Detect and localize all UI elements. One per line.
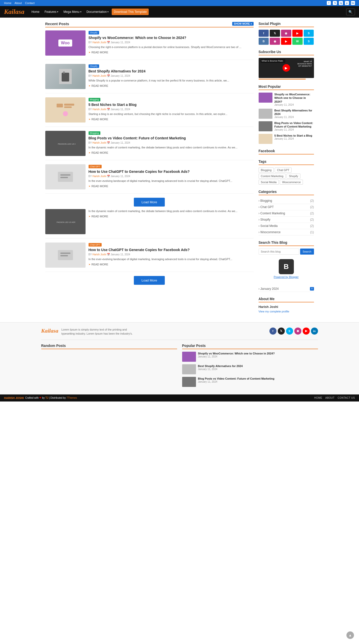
tag-blogging[interactable]: Blogging [259,168,274,173]
social-youtube2[interactable]: ▶ [281,38,291,45]
post-author[interactable]: Harish Joshi [92,175,106,178]
social-facebook[interactable]: f [259,30,269,37]
social-instagram[interactable]: ◉ [281,30,291,37]
footer-twitter[interactable]: 𝕏 [278,328,285,335]
load-more-button-2[interactable]: Load More [134,276,165,285]
post-author[interactable]: Harish Joshi [92,74,106,77]
popular-title-1[interactable]: Shopify vs WooCommerce: Which one to Cho… [274,93,314,103]
footer-pop-thumb-1 [182,352,196,362]
footer-logo[interactable]: Kailasa [41,328,58,334]
footer-pop-title-2[interactable]: Best Shopify Alternatives for 2024 [198,364,243,368]
post-tag[interactable]: Blogging [89,98,100,101]
post-meta: BY Harish Joshi 📅 January 11, 2024 [89,253,254,256]
social-grid: f 𝕏 ◉ ▶ S В ◉ ▶ W S [259,30,314,45]
bottom-nav-contact[interactable]: CONTACT US [338,396,355,399]
social-instagram2[interactable]: ◉ [270,38,280,45]
social-skype2[interactable]: S [304,38,314,45]
footer-instagram[interactable]: ◉ [294,328,301,335]
post-title[interactable]: Best Shopify Alternatives for 2024 [89,69,254,73]
nav-download-template[interactable]: Download This Template [112,9,149,15]
post-author[interactable]: Harish Joshi [92,108,106,111]
post-tag[interactable]: Chat GPT [89,165,102,168]
powered-by-blogger[interactable]: Powered by Blogger [274,275,299,278]
post-title[interactable]: Shopify vs WooCommerce: Which one to Cho… [89,35,254,40]
footer-facebook[interactable]: f [269,328,276,335]
tags-widget: Tags Blogging Chat GPT Content Marketing… [259,159,314,185]
nav-features[interactable]: Features ▾ [43,9,60,15]
facebook-widget: Facebook [259,149,314,154]
post-date: January 11, 2024 [111,41,130,44]
top-behance-icon[interactable]: be [351,1,355,5]
nav-documentation[interactable]: Documentation ▾ [85,9,111,15]
popular-title-4[interactable]: 5 Best Niches to Start a Blog [274,134,312,137]
subscribe-video-thumb[interactable]: What Is Bounce Rate - ⋮ WHAT ISBOUNCE RA… [259,58,314,78]
cat-chatgpt-link[interactable]: › Chat GPT [259,205,274,209]
read-more-link[interactable]: READ MORE [89,51,254,54]
post-title[interactable]: How to Use ChatGPT to Generate Copies fo… [89,248,254,252]
top-nav-contact[interactable]: Contact [25,2,35,5]
post-author[interactable]: Harish Joshi [92,253,106,256]
read-more-link[interactable]: READ MORE [89,151,254,154]
cat-blogging-link[interactable]: › Blogging [259,199,272,203]
post-title[interactable]: How to Use ChatGPT to Generate Copies fo… [89,169,254,174]
cat-social-link[interactable]: › Social Media [259,224,278,228]
social-plugin-title: Social Plugin [259,22,314,27]
post-title[interactable]: 5 Best Niches to Start a Blog [89,102,254,107]
read-more-link[interactable]: READ MORE [89,215,254,218]
play-button[interactable]: ▶ [283,64,290,72]
about-profile-link[interactable]: View my complete profile [259,310,289,313]
footer-linkedin[interactable]: in [311,328,318,335]
read-more-link[interactable]: READ MORE [89,263,254,266]
tag-shopify[interactable]: Shopify [287,174,300,179]
footer-skype[interactable]: S [286,328,293,335]
top-nav-home[interactable]: Home [4,2,11,5]
popular-title-2[interactable]: Best Shopify Alternatives for 2024 [274,109,314,116]
social-vk[interactable]: В [259,38,269,45]
post-tag[interactable]: Blogging [89,131,100,135]
post-tag[interactable]: Chat GPT [89,243,102,247]
tag-woocommerce[interactable]: Woocommerce [280,180,303,185]
archive-link[interactable]: › January 2024 [259,287,279,291]
search-title: Search This Blog [259,240,314,246]
footer-youtube[interactable]: ▶ [303,328,310,335]
read-more-link[interactable]: READ MORE [89,185,254,188]
search-input[interactable] [259,249,299,255]
cat-shopify-link[interactable]: › Shopify [259,218,270,221]
cat-woo-link[interactable]: › Woocommerce [259,230,281,234]
footer-pop-title-1[interactable]: Shopify vs WooCommerce: Which one to Cho… [198,352,275,355]
post-title[interactable]: Blog Posts vs Video Content: Future of C… [89,136,254,140]
post-tag[interactable]: Shopify [89,31,99,34]
header-search-button[interactable]: 🔍 [346,9,355,15]
bottom-nav-about[interactable]: ABOUT [325,396,335,399]
load-more-button-1[interactable]: Load More [134,198,165,207]
bottom-nav-home[interactable]: HOME [314,396,322,399]
post-tag[interactable]: Shopify [89,64,99,68]
read-more-link[interactable]: READ MORE [89,84,254,87]
nav-mega-menu[interactable]: Mega Menu ▾ [61,9,83,15]
tag-social-media[interactable]: Social Media [259,180,279,185]
top-instagram-icon[interactable]: ig [339,1,343,5]
nav-home[interactable]: Home [29,9,42,15]
social-skype[interactable]: S [304,30,314,37]
social-twitter[interactable]: 𝕏 [270,30,280,37]
footer-pop-thumb-3 [182,377,196,387]
post-card: PASSION LED US HERE Blogging Blog Posts … [45,131,254,160]
show-more-button[interactable]: SHOW MORE » [232,22,253,26]
search-button[interactable]: Search [300,249,314,255]
social-whatsapp[interactable]: W [292,38,303,45]
tag-chatgpt[interactable]: Chat GPT [275,168,292,173]
top-pinterest-icon[interactable]: p [345,1,349,5]
footer-pop-title-3[interactable]: Blog Posts vs Video Content: Future of C… [198,377,274,380]
top-twitter-icon[interactable]: 𝕏 [333,1,337,5]
social-youtube[interactable]: ▶ [292,30,303,37]
tag-content-marketing[interactable]: Content Marketing [259,174,286,179]
post-author[interactable]: Harish Joshi [92,41,106,44]
post-content: Shopify Shopify vs WooCommerce: Which on… [89,30,254,56]
site-logo[interactable]: Kailasa [4,8,24,16]
cat-content-link[interactable]: › Content Marketing [259,212,285,215]
popular-title-3[interactable]: Blog Posts vs Video Content: Future of C… [274,121,314,129]
post-author[interactable]: Harish Joshi [92,141,106,144]
read-more-link[interactable]: READ MORE [89,118,254,121]
top-nav-about[interactable]: About [15,2,22,5]
top-facebook-icon[interactable]: f [327,1,331,5]
